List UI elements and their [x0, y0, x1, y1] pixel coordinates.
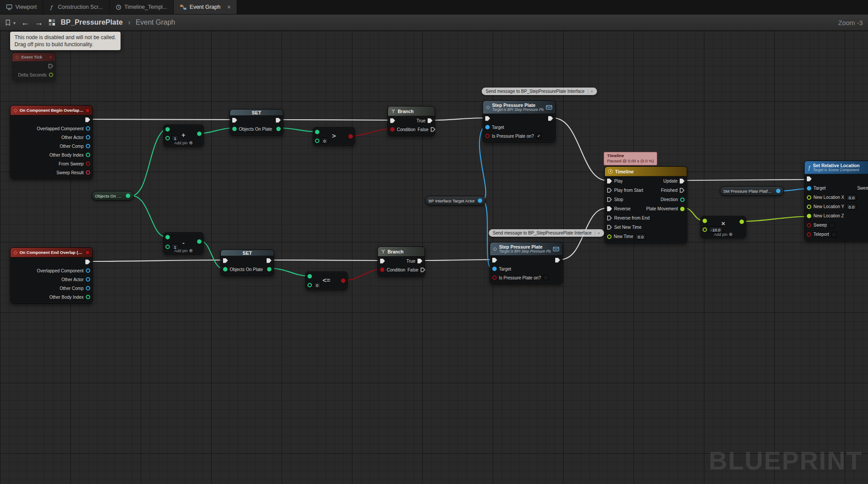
- var-out-pin[interactable]: [267, 267, 271, 271]
- input-pin-a[interactable]: [165, 127, 170, 132]
- bookmark-icon[interactable]: [5, 19, 11, 26]
- exec-in-pin[interactable]: [485, 116, 490, 121]
- checkbox-unchecked[interactable]: [829, 223, 835, 228]
- input-pin-b[interactable]: [165, 245, 170, 249]
- input-pin-a[interactable]: [308, 274, 312, 279]
- is-pressure-plate-on-pin[interactable]: [492, 275, 497, 280]
- output-pin[interactable]: [348, 134, 353, 139]
- condition-pin[interactable]: [380, 268, 385, 272]
- output-pin[interactable]: [197, 132, 201, 136]
- node-header[interactable]: Timeline: [605, 167, 687, 176]
- node-branch-bottom[interactable]: Branch True Condition False: [377, 246, 425, 276]
- tab-viewport[interactable]: Viewport: [0, 0, 43, 14]
- node-step-pressure-plate-bottom[interactable]: Step Pressure Plate Target is BPI Step P…: [490, 242, 563, 284]
- node-header[interactable]: Branch: [388, 106, 435, 116]
- node-set-objects-on-plate-top[interactable]: SET Objects On Plate: [230, 109, 283, 136]
- close-tab-icon[interactable]: [227, 4, 231, 10]
- from-sweep-pin[interactable]: [86, 161, 90, 166]
- getter-objects-on-plate[interactable]: Objects On Plate: [92, 191, 134, 201]
- var-in-pin[interactable]: [232, 127, 237, 131]
- node-end-overlap[interactable]: On Component End Overlap (Box) Overlappe…: [10, 247, 93, 304]
- exec-in-pin[interactable]: [223, 258, 228, 263]
- node-header[interactable]: Branch: [378, 247, 425, 257]
- node-greater-than[interactable]: > 0: [313, 127, 355, 146]
- node-step-pressure-plate-top[interactable]: Step Pressure Plate Target is BPI Step P…: [483, 100, 556, 143]
- overlapped-component-pin[interactable]: [86, 268, 90, 273]
- node-header[interactable]: On Component End Overlap (Box): [11, 248, 92, 257]
- target-pin[interactable]: [485, 125, 490, 129]
- overlapped-component-pin[interactable]: [86, 126, 90, 131]
- exec-out-pin[interactable]: [267, 258, 271, 263]
- true-exec-pin[interactable]: [418, 259, 422, 264]
- sweep-result-pin[interactable]: [86, 170, 90, 175]
- node-header[interactable]: Event Tick: [12, 53, 55, 62]
- other-comp-pin[interactable]: [86, 144, 90, 148]
- node-multiply-float[interactable]: × -10.0 Add pin: [700, 216, 746, 238]
- node-begin-overlap[interactable]: On Component Begin Overlap (Box) Overlap…: [10, 105, 93, 179]
- target-pin[interactable]: [492, 267, 497, 271]
- node-set-relative-location[interactable]: Set Relative Location Target is Scene Co…: [804, 161, 868, 241]
- is-pressure-plate-on-pin[interactable]: [485, 134, 490, 138]
- other-body-index-pin[interactable]: [86, 295, 90, 299]
- node-header[interactable]: On Component Begin Overlap (Box): [11, 106, 92, 115]
- false-exec-pin[interactable]: [421, 268, 425, 272]
- output-pin[interactable]: [197, 239, 201, 244]
- reverse-from-end-exec-pin[interactable]: [607, 216, 612, 220]
- input-pin-a[interactable]: [315, 130, 319, 134]
- other-body-index-pin[interactable]: [86, 153, 90, 157]
- delegate-pin[interactable]: [49, 55, 52, 59]
- output-pin[interactable]: [341, 279, 345, 283]
- checkbox-unchecked[interactable]: [831, 232, 837, 237]
- getter-bp-interface-target-actor[interactable]: BP Interface Target Actor: [425, 196, 486, 205]
- exec-in-pin[interactable]: [232, 118, 237, 123]
- sweep-pin[interactable]: [807, 223, 811, 227]
- play-from-start-exec-pin[interactable]: [607, 188, 612, 193]
- direction-pin[interactable]: [680, 198, 685, 202]
- input-pin-b[interactable]: [165, 136, 170, 140]
- node-branch-top[interactable]: Branch True Condition False: [388, 106, 435, 136]
- node-subtract-int[interactable]: - 1 Add pin: [163, 232, 204, 254]
- finished-exec-pin[interactable]: [680, 188, 685, 193]
- breadcrumb-root[interactable]: BP_PressurePlate: [61, 18, 123, 26]
- exec-in-pin[interactable]: [807, 176, 812, 181]
- output-pin[interactable]: [740, 220, 744, 224]
- other-actor-pin[interactable]: [86, 277, 90, 282]
- value-field[interactable]: 0.0: [846, 204, 857, 210]
- delta-seconds-pin[interactable]: [49, 73, 53, 77]
- value-field[interactable]: 0: [321, 138, 328, 144]
- graph-canvas[interactable]: BLUEPRINT: [0, 31, 868, 484]
- node-header[interactable]: Set Relative Location Target is Scene Co…: [805, 161, 868, 174]
- reverse-exec-pin[interactable]: [607, 206, 612, 211]
- plate-movement-pin[interactable]: [680, 207, 685, 211]
- exec-in-pin[interactable]: [380, 259, 385, 264]
- node-less-equal[interactable]: <= 0: [305, 271, 348, 290]
- exec-out-pin[interactable]: [555, 258, 560, 263]
- tab-event-graph[interactable]: Event Graph: [174, 0, 237, 14]
- node-timeline[interactable]: Timeline Play Update Play from Start Fin…: [604, 166, 687, 243]
- tab-construction-script[interactable]: ƒ Construction Scr...: [43, 0, 109, 14]
- tab-timeline-template[interactable]: Timeline_Templ...: [110, 0, 174, 14]
- set-new-time-exec-pin[interactable]: [607, 225, 612, 230]
- output-pin[interactable]: [776, 189, 780, 193]
- node-set-objects-on-plate-bottom[interactable]: SET Objects On Plate: [220, 249, 274, 276]
- input-pin-b[interactable]: [315, 139, 319, 143]
- play-exec-pin[interactable]: [607, 179, 612, 183]
- delegate-pin[interactable]: [86, 109, 89, 112]
- condition-pin[interactable]: [390, 127, 395, 132]
- add-pin-button[interactable]: Add pin: [714, 232, 732, 237]
- exec-out-pin[interactable]: [85, 117, 90, 122]
- add-pin-button[interactable]: Add pin: [174, 248, 193, 253]
- input-pin-a[interactable]: [165, 235, 170, 239]
- exec-out-pin[interactable]: [48, 64, 53, 69]
- back-button[interactable]: [21, 18, 29, 27]
- new-location-y-pin[interactable]: [807, 205, 811, 209]
- exec-out-pin[interactable]: [276, 118, 281, 123]
- exec-in-pin[interactable]: [492, 258, 497, 263]
- teleport-pin[interactable]: [807, 232, 811, 237]
- new-location-z-pin[interactable]: [807, 214, 811, 218]
- exec-out-pin[interactable]: [548, 116, 553, 121]
- exec-in-pin[interactable]: [390, 118, 395, 123]
- exec-out-pin[interactable]: [85, 260, 90, 264]
- input-pin-b[interactable]: [703, 227, 707, 232]
- update-exec-pin[interactable]: [680, 179, 685, 183]
